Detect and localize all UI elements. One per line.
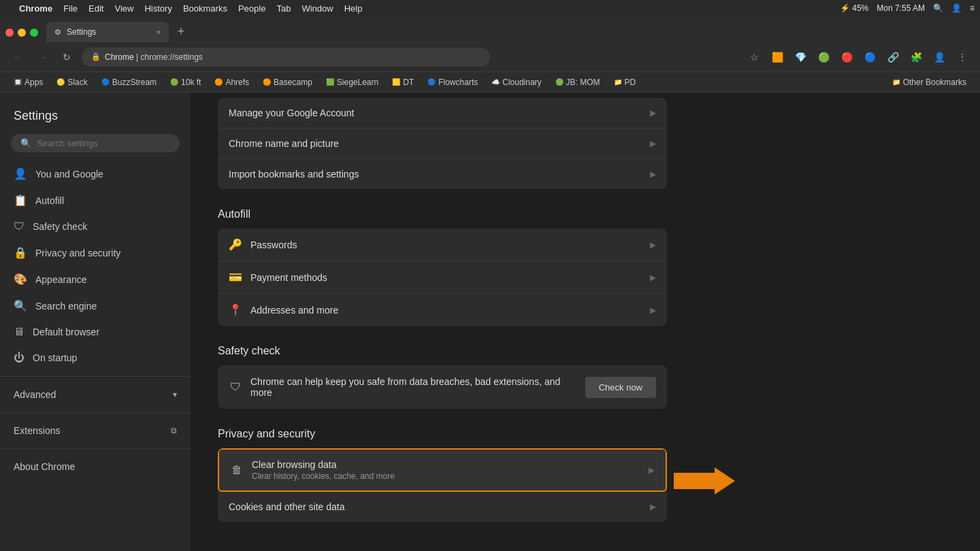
manage-google-account-row[interactable]: Manage your Google Account ▶ <box>218 98 667 129</box>
sidebar-item-autofill[interactable]: 📋 Autofill <box>0 187 191 214</box>
list-icon[interactable]: ≡ <box>970 3 975 13</box>
sidebar-item-default-browser[interactable]: 🖥 Default browser <box>0 319 191 345</box>
check-now-button[interactable]: Check now <box>585 377 656 398</box>
10kft-favicon: 🟢 <box>170 78 178 86</box>
sidebar-item-privacy-security[interactable]: 🔒 Privacy and security <box>0 239 191 266</box>
bookmark-buzzstream[interactable]: 🔵 BuzzStream <box>96 76 162 88</box>
extension-icon-2[interactable]: 💎 <box>791 48 810 67</box>
import-bookmarks-row[interactable]: Import bookmarks and settings ▶ <box>218 159 667 189</box>
bookmark-slack[interactable]: 🟡 Slack <box>51 76 93 88</box>
sidebar-divider-3 <box>0 448 191 449</box>
sidebar-item-extensions[interactable]: Extensions ⧉ <box>0 418 191 443</box>
advanced-expand-icon: ▾ <box>173 390 177 399</box>
buzzstream-favicon: 🔵 <box>101 78 110 86</box>
toolbar-icons: ☆ 🟧 💎 🟢 🔴 🔵 🔗 🧩 👤 ⋮ <box>745 48 972 67</box>
sidebar-item-about-chrome[interactable]: About Chrome <box>0 454 191 479</box>
back-button[interactable]: ← <box>8 48 27 67</box>
import-bookmarks-label: Import bookmarks and settings <box>229 169 642 180</box>
sidebar-item-search-engine[interactable]: 🔍 Search engine <box>0 293 191 319</box>
bookmark-jbmom[interactable]: 🟢 JB: MOM <box>550 76 606 88</box>
lock-sidebar-icon: 🔒 <box>14 246 27 259</box>
user-icon[interactable]: 👤 <box>951 3 962 13</box>
address-bar: ← → ↻ 🔒 Chrome | chrome://settings ☆ 🟧 💎… <box>0 42 980 72</box>
shield-icon: 🛡 <box>14 220 24 233</box>
new-tab-button[interactable]: + <box>172 22 191 41</box>
dt-favicon: 🟨 <box>392 78 400 86</box>
safety-shield-icon: 🛡 <box>229 381 242 393</box>
extension-icon-5[interactable]: 🔵 <box>860 48 879 67</box>
menu-bookmarks[interactable]: Bookmarks <box>183 3 227 14</box>
payment-methods-row[interactable]: 💳 Payment methods ▶ <box>218 261 667 294</box>
bookmark-siegelearn[interactable]: 🟩 SiegeLearn <box>321 76 384 88</box>
cookies-row[interactable]: Cookies and other site data ▶ <box>218 492 667 522</box>
appearance-icon: 🎨 <box>14 273 27 286</box>
extension-icon-3[interactable]: 🟢 <box>814 48 833 67</box>
sidebar-item-on-startup[interactable]: ⏻ On startup <box>0 345 191 371</box>
close-window-button[interactable] <box>5 29 14 37</box>
menu-chrome[interactable]: Chrome <box>19 3 52 14</box>
svg-marker-0 <box>674 467 735 495</box>
autofill-section-title: Autofill <box>218 192 667 229</box>
menu-tab[interactable]: Tab <box>276 3 291 14</box>
extensions-button[interactable]: 🧩 <box>906 48 926 67</box>
url-bar[interactable]: 🔒 Chrome | chrome://settings <box>82 48 490 67</box>
tab-bar: ⚙ Settings × + <box>0 16 980 42</box>
browser-icon: 🖥 <box>14 326 24 338</box>
addresses-arrow: ▶ <box>650 305 656 315</box>
menu-file[interactable]: File <box>63 3 78 14</box>
safety-check-card: 🛡 Chrome can help keep you safe from dat… <box>218 365 667 409</box>
clear-browsing-arrow: ▶ <box>649 465 655 475</box>
pd-favicon: 📁 <box>614 78 622 86</box>
bookmark-pd[interactable]: 📁 PD <box>608 76 642 88</box>
payment-arrow: ▶ <box>650 273 656 282</box>
bookmark-basecamp[interactable]: 🟠 Basecamp <box>257 76 318 88</box>
addresses-row[interactable]: 📍 Addresses and more ▶ <box>218 294 667 326</box>
sidebar-label-appearance: Appearance <box>35 274 87 285</box>
sidebar-item-you-and-google[interactable]: 👤 You and Google <box>0 161 191 187</box>
passwords-row[interactable]: 🔑 Passwords ▶ <box>218 229 667 261</box>
bookmark-cloudinary[interactable]: ☁️ Cloudinary <box>486 76 546 88</box>
chrome-name-picture-row[interactable]: Chrome name and picture ▶ <box>218 129 667 159</box>
menu-window[interactable]: Window <box>301 3 333 14</box>
passwords-arrow: ▶ <box>650 240 656 250</box>
search-menubar-icon[interactable]: 🔍 <box>933 3 943 13</box>
menu-view[interactable]: View <box>114 3 133 14</box>
settings-tab[interactable]: ⚙ Settings × <box>46 22 169 42</box>
tab-close-button[interactable]: × <box>157 28 161 36</box>
sidebar-item-safety-check[interactable]: 🛡 Safety check <box>0 214 191 239</box>
clock: Mon 7:55 AM <box>877 3 925 13</box>
sidebar-item-advanced[interactable]: Advanced ▾ <box>0 382 191 407</box>
external-link-icon: ⧉ <box>171 426 177 435</box>
bookmark-flowcharts[interactable]: 🔵 Flowcharts <box>422 76 483 88</box>
refresh-button[interactable]: ↻ <box>57 48 76 67</box>
menu-people[interactable]: People <box>238 3 265 14</box>
bookmark-other[interactable]: 📁 Other Bookmarks <box>887 76 972 88</box>
more-menu-button[interactable]: ⋮ <box>953 48 972 67</box>
forward-button[interactable]: → <box>33 48 52 67</box>
fullscreen-window-button[interactable] <box>30 29 38 37</box>
bookmark-10kft[interactable]: 🟢 10k ft <box>165 76 206 88</box>
menu-edit[interactable]: Edit <box>88 3 103 14</box>
cookies-label: Cookies and other site data <box>229 501 642 512</box>
chrome-name-label: Chrome name and picture <box>229 138 642 149</box>
extension-icon-4[interactable]: 🔴 <box>837 48 856 67</box>
bookmark-dt[interactable]: 🟨 DT <box>387 76 419 88</box>
bookmark-apps[interactable]: 🔲 Apps <box>8 76 48 88</box>
profile-button[interactable]: 👤 <box>930 48 949 67</box>
minimize-window-button[interactable] <box>18 29 26 37</box>
menu-history[interactable]: History <box>144 3 172 14</box>
apps-favicon: 🔲 <box>14 78 22 86</box>
jbmom-favicon: 🟢 <box>555 78 564 86</box>
sidebar-item-appearance[interactable]: 🎨 Appearance <box>0 266 191 293</box>
bookmark-ahrefs[interactable]: 🟠 Ahrefs <box>209 76 255 88</box>
search-box[interactable]: 🔍 <box>11 134 180 152</box>
search-input[interactable] <box>37 138 170 148</box>
menu-help[interactable]: Help <box>344 3 363 14</box>
bookmark-star-icon[interactable]: ☆ <box>745 48 764 67</box>
battery-indicator: ⚡ 45% <box>840 3 868 13</box>
clear-browsing-data-row[interactable]: 🗑 Clear browsing data Clear history, coo… <box>218 448 667 492</box>
extension-icon-1[interactable]: 🟧 <box>768 48 787 67</box>
slack-favicon: 🟡 <box>56 78 65 86</box>
extension-icon-6[interactable]: 🔗 <box>883 48 902 67</box>
other-bookmarks-favicon: 📁 <box>892 78 900 86</box>
